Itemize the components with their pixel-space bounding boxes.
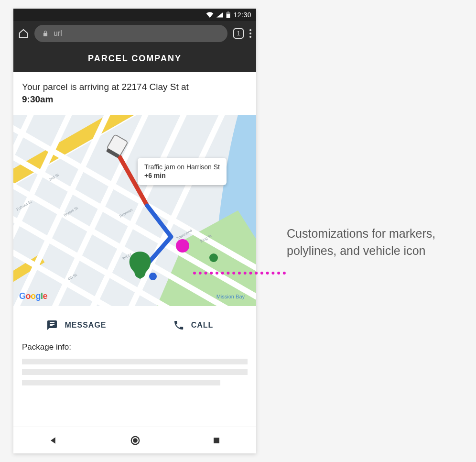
map-label-missionbay: Mission Bay [216, 294, 245, 299]
back-icon[interactable] [49, 436, 58, 445]
message-button[interactable]: MESSAGE [18, 319, 135, 331]
annotation-callout: Customizations for markers, polylines, a… [287, 225, 459, 260]
svg-point-16 [149, 273, 157, 280]
arrival-address: 22174 Clay St [121, 82, 178, 92]
recents-icon[interactable] [213, 437, 220, 444]
tooltip-text: Traffic jam on Harrison St [144, 163, 220, 171]
package-info-heading: Package info: [22, 342, 248, 352]
message-icon [46, 319, 58, 331]
arrival-connector: at [179, 82, 189, 92]
package-info-section: Package info: [13, 340, 256, 390]
browser-toolbar: url 1 [13, 21, 256, 46]
svg-rect-27 [214, 438, 219, 443]
company-header: PARCEL COMPANY [13, 46, 256, 72]
phone-icon [173, 319, 184, 331]
google-logo: Google [19, 291, 47, 301]
action-row: MESSAGE CALL [13, 306, 256, 340]
wifi-icon [206, 12, 214, 18]
signal-icon [216, 12, 223, 18]
tab-count[interactable]: 1 [233, 28, 244, 39]
android-status-bar: 12:30 [13, 9, 256, 21]
arrival-message: Your parcel is arriving at 22174 Clay St… [13, 72, 256, 115]
battery-icon [226, 11, 230, 18]
placeholder-line [22, 369, 248, 375]
svg-point-26 [133, 439, 137, 442]
status-time: 12:30 [233, 11, 251, 19]
message-label: MESSAGE [65, 321, 106, 330]
map-svg: Folsom St Bryant St 2nd St Brannan Towns… [13, 115, 256, 306]
placeholder-line [22, 359, 248, 364]
annotation-leader-line [193, 272, 286, 275]
home-icon[interactable] [18, 28, 29, 39]
traffic-tooltip: Traffic jam on Harrison St +6 min [138, 158, 227, 185]
url-text: url [54, 29, 62, 38]
call-button[interactable]: CALL [135, 319, 251, 331]
android-nav-bar [13, 427, 256, 453]
phone-frame: 12:30 url 1 PARCEL COMPANY Your parcel i… [13, 9, 256, 453]
address-bar[interactable]: url [34, 25, 227, 42]
lock-icon [42, 30, 49, 37]
placeholder-line [22, 380, 220, 385]
tooltip-delay: +6 min [144, 171, 220, 180]
home-nav-icon[interactable] [130, 435, 141, 446]
arrival-time: 9:30am [22, 94, 54, 104]
menu-icon[interactable] [249, 29, 251, 38]
svg-rect-0 [227, 14, 230, 18]
call-label: CALL [191, 321, 214, 330]
arrival-prefix: Your parcel is arriving at [22, 82, 121, 92]
map-view[interactable]: Folsom St Bryant St 2nd St Brannan Towns… [13, 115, 256, 306]
